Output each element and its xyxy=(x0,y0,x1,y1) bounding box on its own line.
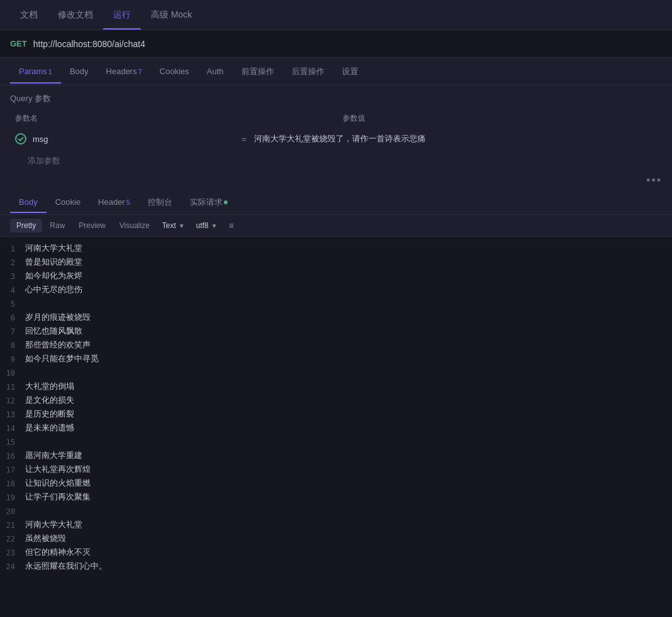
code-line-20: 20 xyxy=(0,505,672,518)
line-number: 1 xyxy=(0,243,25,255)
format-pretty-button[interactable]: Pretty xyxy=(10,219,42,232)
line-content: 愿河南大学重建 xyxy=(25,450,82,462)
line-content: 永远照耀在我们心中。 xyxy=(25,560,107,573)
line-number: 17 xyxy=(0,464,25,476)
line-content: 让知识的火焰重燃 xyxy=(25,478,91,490)
tab-body[interactable]: Body xyxy=(61,59,97,84)
code-line-7: 7回忆也随风飘散 xyxy=(0,325,672,339)
code-line-15: 15 xyxy=(0,435,672,449)
col-name-header: 参数名 xyxy=(15,113,330,124)
tab-post-operation[interactable]: 后置操作 xyxy=(283,58,333,85)
line-content: 曾是知识的殿堂 xyxy=(25,256,82,269)
table-row: msg = 河南大学大礼堂被烧毁了，请作一首诗表示悲痛 xyxy=(10,128,662,150)
code-line-1: 1河南大学大礼堂 xyxy=(0,242,672,256)
code-line-23: 23但它的精神永不灭 xyxy=(0,546,672,560)
text-format-dropdown[interactable]: Text ▼ xyxy=(157,219,190,232)
line-number: 2 xyxy=(0,256,25,269)
code-line-10: 10 xyxy=(0,366,672,380)
line-content: 虽然被烧毁 xyxy=(25,533,66,545)
line-content: 是未来的遗憾 xyxy=(25,422,74,435)
request-tabs: Params1 Body Headers7 Cookies Auth 前置操作 … xyxy=(0,58,672,85)
line-number: 7 xyxy=(0,325,25,338)
param-checkbox[interactable] xyxy=(15,133,26,145)
line-content: 心中无尽的悲伤 xyxy=(25,284,82,297)
code-line-22: 22虽然被烧毁 xyxy=(0,532,672,546)
line-number: 23 xyxy=(0,547,25,559)
format-raw-button[interactable]: Raw xyxy=(43,219,71,232)
param-equals: = xyxy=(234,134,254,144)
line-number: 14 xyxy=(0,422,25,435)
params-badge: 1 xyxy=(48,68,52,75)
query-params-section: Query 参数 参数名 参数值 msg = 河南大学大礼堂被烧毁了，请作一首诗… xyxy=(0,85,672,172)
line-content: 是文化的损失 xyxy=(25,395,74,407)
code-line-13: 13是历史的断裂 xyxy=(0,408,672,422)
wrap-icon[interactable]: ≡ xyxy=(229,221,234,231)
line-number: 5 xyxy=(0,298,25,310)
tab-cookies[interactable]: Cookies xyxy=(151,59,198,84)
code-line-21: 21河南大学大礼堂 xyxy=(0,518,672,532)
line-number: 11 xyxy=(0,381,25,393)
response-tabs: Body Cookie Header5 控制台 实际请求 xyxy=(0,190,672,215)
line-content: 让学子们再次聚集 xyxy=(25,491,91,504)
tab-response-cookie[interactable]: Cookie xyxy=(47,191,89,213)
tab-response-header[interactable]: Header5 xyxy=(89,191,139,213)
format-toolbar: Pretty Raw Preview Visualize Text ▼ utf8… xyxy=(0,215,672,237)
tab-pre-operation[interactable]: 前置操作 xyxy=(233,58,283,85)
line-content: 河南大学大礼堂 xyxy=(25,243,82,255)
tab-response-body[interactable]: Body xyxy=(10,191,47,213)
line-content: 是历史的断裂 xyxy=(25,408,74,421)
text-format-label: Text xyxy=(162,221,176,230)
code-line-9: 9如今只能在梦中寻觅 xyxy=(0,352,672,366)
code-line-6: 6岁月的痕迹被烧毁 xyxy=(0,311,672,325)
add-param-button[interactable]: 添加参数 xyxy=(10,150,662,172)
line-number: 8 xyxy=(0,339,25,352)
params-table: 参数名 参数值 msg = 河南大学大礼堂被烧毁了，请作一首诗表示悲痛 添加参数 xyxy=(10,109,662,172)
tab-advanced-mock[interactable]: 高级 Mock xyxy=(141,1,202,30)
format-visualize-button[interactable]: Visualize xyxy=(113,219,156,232)
line-content: 但它的精神永不灭 xyxy=(25,547,91,559)
tab-params[interactable]: Params1 xyxy=(10,59,61,84)
encoding-dropdown[interactable]: utf8 ▼ xyxy=(191,219,223,232)
tab-settings[interactable]: 设置 xyxy=(333,58,367,85)
param-value[interactable]: 河南大学大礼堂被烧毁了，请作一首诗表示悲痛 xyxy=(254,133,657,145)
code-line-4: 4心中无尽的悲伤 xyxy=(0,283,672,297)
line-number: 12 xyxy=(0,395,25,407)
line-content: 那些曾经的欢笑声 xyxy=(25,339,91,352)
http-method: GET xyxy=(10,39,27,48)
check-icon xyxy=(18,135,23,141)
line-number: 9 xyxy=(0,353,25,366)
code-line-11: 11大礼堂的倒塌 xyxy=(0,380,672,394)
line-number: 15 xyxy=(0,436,25,449)
col-value-header: 参数值 xyxy=(330,113,658,124)
code-line-16: 16愿河南大学重建 xyxy=(0,449,672,463)
tab-console[interactable]: 控制台 xyxy=(139,190,181,214)
tab-edit-docs[interactable]: 修改文档 xyxy=(48,1,103,30)
line-content: 回忆也随风飘散 xyxy=(25,325,82,338)
code-line-19: 19让学子们再次聚集 xyxy=(0,491,672,505)
response-code-area[interactable]: 1河南大学大礼堂2曾是知识的殿堂3如今却化为灰烬4心中无尽的悲伤56岁月的痕迹被… xyxy=(0,237,672,617)
tab-auth[interactable]: Auth xyxy=(198,59,233,84)
code-line-2: 2曾是知识的殿堂 xyxy=(0,256,672,270)
format-preview-button[interactable]: Preview xyxy=(72,219,112,232)
headers-badge: 7 xyxy=(138,68,142,75)
top-navigation: 文档 修改文档 运行 高级 Mock xyxy=(0,0,672,30)
code-line-12: 12是文化的损失 xyxy=(0,394,672,408)
line-number: 20 xyxy=(0,505,25,518)
line-content: 如今却化为灰烬 xyxy=(25,270,82,283)
line-number: 13 xyxy=(0,408,25,421)
params-header: 参数名 参数值 xyxy=(10,109,662,128)
line-number: 6 xyxy=(0,312,25,324)
chevron-down-icon: ▼ xyxy=(179,222,185,229)
section-divider: ••• xyxy=(0,172,672,190)
line-content: 如今只能在梦中寻觅 xyxy=(25,353,99,366)
code-line-14: 14是未来的遗憾 xyxy=(0,422,672,435)
tab-documents[interactable]: 文档 xyxy=(10,1,48,30)
code-line-17: 17让大礼堂再次辉煌 xyxy=(0,463,672,477)
request-url[interactable]: http://localhost:8080/ai/chat4 xyxy=(33,39,145,49)
tab-actual-request[interactable]: 实际请求 xyxy=(181,190,236,214)
encoding-label: utf8 xyxy=(196,221,209,230)
more-options-icon[interactable]: ••• xyxy=(646,174,662,187)
param-name[interactable]: msg xyxy=(33,134,234,144)
tab-run[interactable]: 运行 xyxy=(103,1,141,30)
tab-headers[interactable]: Headers7 xyxy=(97,59,151,84)
